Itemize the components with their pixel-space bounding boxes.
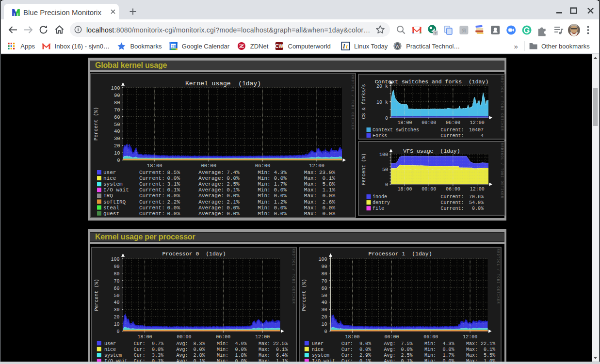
svg-text:0: 0 bbox=[116, 329, 119, 334]
svg-text:»: » bbox=[514, 42, 518, 50]
svg-text:Inbox (16) - sjvn0…: Inbox (16) - sjvn0… bbox=[55, 43, 110, 50]
svg-text:00:00: 00:00 bbox=[422, 187, 436, 192]
svg-text:0: 0 bbox=[385, 182, 388, 188]
svg-text:50: 50 bbox=[114, 293, 119, 299]
svg-text:0: 0 bbox=[117, 158, 120, 163]
svg-text:00:00: 00:00 bbox=[422, 120, 436, 126]
svg-text:18:00: 18:00 bbox=[345, 334, 360, 340]
svg-text:06:00: 06:00 bbox=[255, 163, 271, 169]
svg-text:RRDTOOL / TOBI OETIKER: RRDTOOL / TOBI OETIKER bbox=[500, 143, 503, 198]
svg-text:ZDNet: ZDNet bbox=[250, 43, 269, 50]
svg-text:10: 10 bbox=[114, 150, 120, 156]
svg-text:12:00: 12:00 bbox=[309, 163, 324, 169]
svg-text:06:00: 06:00 bbox=[216, 334, 230, 340]
svg-text:20: 20 bbox=[114, 315, 119, 320]
svg-text:Bookmarks: Bookmarks bbox=[130, 43, 162, 50]
svg-text:40: 40 bbox=[114, 128, 120, 134]
svg-text:Я: Я bbox=[462, 28, 466, 33]
svg-text:Percent (%): Percent (%) bbox=[302, 279, 307, 311]
svg-text:RRDTOOL / TOBI OETIKER: RRDTOOL / TOBI OETIKER bbox=[351, 75, 354, 130]
svg-text:40: 40 bbox=[114, 300, 119, 305]
svg-text:30: 30 bbox=[321, 307, 327, 313]
svg-text:70: 70 bbox=[114, 107, 120, 113]
svg-text:RRDTOOL / TOBI OETIKER: RRDTOOL / TOBI OETIKER bbox=[500, 76, 503, 131]
svg-text:VFS usage (1day): VFS usage (1day) bbox=[403, 148, 460, 154]
svg-text:10 k: 10 k bbox=[376, 100, 388, 105]
svg-text:Practical Technol…: Practical Technol… bbox=[406, 43, 460, 50]
svg-text:RRDTOOL / TOBI OETIKER: RRDTOOL / TOBI OETIKER bbox=[496, 249, 500, 304]
svg-text:Percent (%): Percent (%) bbox=[93, 107, 99, 141]
svg-text:12:00: 12:00 bbox=[255, 334, 270, 340]
svg-text:10: 10 bbox=[321, 322, 327, 327]
svg-text:20: 20 bbox=[114, 143, 120, 149]
svg-text:00:00: 00:00 bbox=[201, 163, 216, 169]
svg-text:100: 100 bbox=[111, 257, 119, 262]
svg-text:0: 0 bbox=[324, 329, 327, 334]
svg-text:Processor 0 (1day): Processor 0 (1day) bbox=[162, 251, 226, 257]
svg-text:Processor 1 (1day): Processor 1 (1day) bbox=[368, 251, 432, 257]
svg-text:60: 60 bbox=[114, 114, 120, 120]
svg-text:12:00: 12:00 bbox=[470, 187, 485, 192]
svg-text:00:00: 00:00 bbox=[177, 334, 191, 340]
svg-text:06:00: 06:00 bbox=[423, 334, 438, 340]
svg-text:Computerworld: Computerworld bbox=[288, 43, 331, 50]
svg-text:28: 28 bbox=[171, 44, 176, 49]
svg-text:18:00: 18:00 bbox=[147, 163, 162, 169]
svg-text:100: 100 bbox=[318, 257, 327, 262]
svg-text:40: 40 bbox=[321, 300, 327, 305]
svg-text:70: 70 bbox=[321, 279, 327, 284]
svg-text:Linux Today: Linux Today bbox=[354, 43, 388, 50]
svg-text:50: 50 bbox=[114, 122, 120, 127]
svg-text:60: 60 bbox=[114, 286, 119, 291]
svg-text:RRDTOOL / TOBI OETIKER: RRDTOOL / TOBI OETIKER bbox=[292, 249, 295, 304]
svg-text:Kernel usage (1day): Kernel usage (1day) bbox=[185, 80, 261, 87]
svg-text:30: 30 bbox=[114, 136, 120, 142]
svg-text:90: 90 bbox=[114, 93, 120, 98]
svg-text:06:00: 06:00 bbox=[446, 120, 460, 126]
svg-text:18:00: 18:00 bbox=[138, 334, 152, 340]
svg-text:70: 70 bbox=[114, 279, 119, 284]
svg-text:80: 80 bbox=[321, 271, 327, 277]
svg-text:CS & forks/s: CS & forks/s bbox=[361, 84, 367, 119]
svg-text:CW: CW bbox=[275, 44, 283, 49]
svg-text:50: 50 bbox=[382, 167, 388, 173]
svg-text:30: 30 bbox=[114, 307, 119, 313]
svg-text:90: 90 bbox=[114, 264, 119, 269]
svg-text:12:00: 12:00 bbox=[463, 334, 477, 340]
svg-text:50: 50 bbox=[321, 293, 327, 299]
svg-text:100: 100 bbox=[379, 152, 388, 158]
svg-text:60: 60 bbox=[321, 286, 327, 291]
svg-text:20 k: 20 k bbox=[376, 84, 388, 89]
svg-text:06:00: 06:00 bbox=[446, 187, 460, 192]
svg-text:80: 80 bbox=[114, 271, 119, 277]
svg-text:Percent (%): Percent (%) bbox=[361, 153, 367, 185]
svg-text:18:00: 18:00 bbox=[397, 187, 412, 192]
svg-text:W: W bbox=[395, 44, 400, 49]
svg-text:18:00: 18:00 bbox=[397, 120, 412, 126]
svg-text:90: 90 bbox=[321, 264, 327, 269]
svg-text:12:00: 12:00 bbox=[470, 120, 485, 126]
svg-text:20: 20 bbox=[321, 315, 327, 320]
svg-text:00:00: 00:00 bbox=[384, 334, 399, 340]
svg-text:Apps: Apps bbox=[20, 43, 35, 50]
svg-text:Other bookmarks: Other bookmarks bbox=[541, 43, 590, 50]
svg-text:Context switches and forks (1: Context switches and forks (1day) bbox=[375, 79, 489, 85]
svg-text:80: 80 bbox=[114, 100, 120, 106]
svg-text:0: 0 bbox=[385, 116, 388, 121]
svg-text:Google Calendar: Google Calendar bbox=[182, 43, 230, 50]
svg-text:Percent (%): Percent (%) bbox=[94, 279, 99, 311]
svg-text:?: ? bbox=[434, 31, 437, 35]
svg-text:100: 100 bbox=[111, 85, 120, 91]
svg-text:10: 10 bbox=[114, 322, 119, 327]
